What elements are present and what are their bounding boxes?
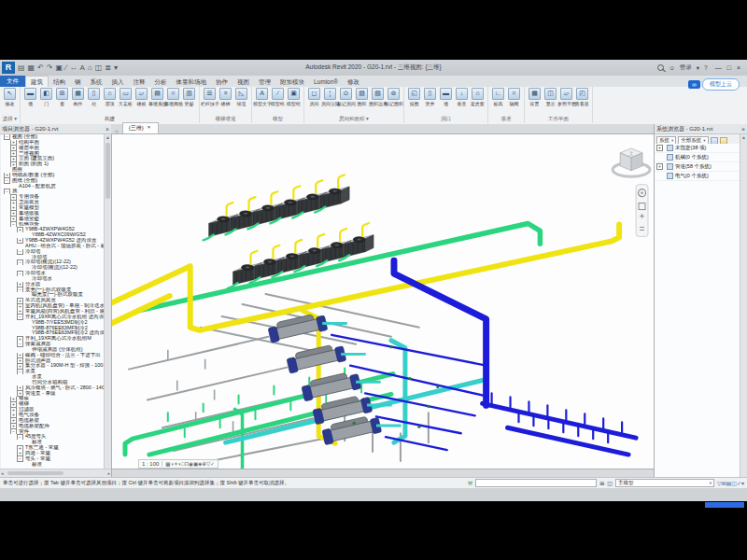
scale-button[interactable]: 1 : 100 [142,461,162,467]
search-icon[interactable] [657,64,664,71]
ribbon-button[interactable]: ▧面积边界 [370,88,386,107]
signin-label[interactable]: 登录 [680,63,692,72]
design-options-icon[interactable]: ◫ [607,480,613,486]
status-right-icon[interactable]: ▾ [741,481,744,486]
qat-icon[interactable]: ∕ [65,63,66,72]
ribbon-button[interactable]: ◫显示 [543,88,558,107]
ribbon-button[interactable]: ⊞窗 [54,88,70,107]
ribbon-button[interactable]: ∕模型线 [270,88,286,107]
ribbon-tab[interactable]: 插入 [107,77,129,87]
expander-icon[interactable] [4,178,10,184]
file-tab[interactable]: 文件 [0,76,25,87]
ribbon-panel-label[interactable]: 房间和面积 ▾ [306,116,402,123]
ribbon-button[interactable]: ◺坡道 [233,88,249,107]
ribbon-button[interactable]: ⊙标记房间 [338,88,354,107]
ribbon-button[interactable]: ⌗幕墙网格 [165,88,181,107]
ribbon-button[interactable]: ⊚标记面积 [386,88,402,107]
expander-icon[interactable] [10,222,17,228]
ribbon-tab[interactable]: 体量和场地 [172,77,212,87]
expander-icon[interactable] [17,434,23,440]
expander-icon[interactable] [10,429,17,435]
ribbon-tab[interactable]: 建筑 [25,76,49,87]
ribbon-button[interactable]: ▤幕墙系统 [149,88,165,107]
qat-icon[interactable]: ▾ [114,63,118,72]
ribbon-button[interactable]: ▨面积 [354,88,370,107]
cloud-badge-icon[interactable]: ∞ [688,80,700,89]
project-browser-vscrollbar[interactable]: ▲ [104,134,111,469]
ribbon-button[interactable]: ▬墙 [22,88,38,107]
help-icon[interactable]: ? [704,64,708,71]
expander-icon[interactable] [17,259,23,265]
ribbon-button[interactable]: ↖修改 [2,88,18,107]
cooling-tower-row-front[interactable] [228,223,374,288]
tree-item[interactable]: 标准 [1,462,105,468]
ribbon-button[interactable]: ⌗轴网 [506,88,522,107]
ribbon-tab[interactable]: 结构 [49,77,70,87]
qat-icon[interactable]: ▦ [28,63,35,72]
ribbon-tab[interactable]: 附加模块 [275,77,309,87]
ribbon-panel-label[interactable]: 楼梯坡道 [202,116,249,123]
workset-box[interactable] [475,479,597,487]
qat-icon[interactable]: ≣ [105,63,111,72]
ribbon-panel-label[interactable]: 洞口 [406,116,486,123]
ribbon-button[interactable]: ▦设置 [527,88,543,107]
view-tab[interactable]: {三维} × [122,122,160,133]
ribbon-button[interactable]: ∟标高 [490,88,506,107]
ribbon-button[interactable]: ◰查看器 [574,88,590,107]
ribbon-button[interactable]: ▱楼板 [134,88,149,107]
editable-only-icon[interactable]: ⊞ [599,480,604,486]
ribbon-panel-label[interactable]: 基准 [490,116,522,123]
expander-icon[interactable] [17,271,23,276]
project-browser-hscrollbar[interactable]: ◂▸ [0,469,111,477]
view-control-icon[interactable]: ✓ [210,461,215,467]
expander-icon[interactable] [17,342,23,347]
ribbon-button[interactable]: ◱按面 [406,88,422,107]
model-canvas[interactable]: 上 1 : 100 ▦◑☀◗□⊡◉▣◈⊕▽✓ [111,133,655,469]
qat-icon[interactable]: ▤ [18,63,25,72]
ribbon-tab[interactable]: 分析 [150,77,172,87]
ribbon-button[interactable]: ▯竖井 [422,88,438,107]
ribbon-tab[interactable]: 注释 [129,77,150,87]
expander-icon[interactable] [17,238,23,244]
expander-icon[interactable] [17,287,23,293]
ribbon-button[interactable]: ▥竖梃 [181,88,197,107]
ribbon-button[interactable]: ◻房间 [306,88,322,107]
cloud-upload-button[interactable]: 模型上云 [702,78,740,91]
qat-icon[interactable]: ↶ [37,63,44,72]
ribbon-button[interactable]: ⌂老虎窗 [470,88,486,107]
ribbon-tab[interactable]: 协作 [211,77,233,87]
system-row[interactable]: 机械(0 个系统) [655,153,740,162]
ribbon-tab[interactable]: 管理 [254,77,275,87]
close-icon[interactable]: × [106,126,109,133]
ribbon-button[interactable]: ▣模型组 [286,88,302,107]
ribbon-tab[interactable]: 钢 [70,77,86,87]
worksets-icon[interactable]: ⚒ [468,480,472,486]
ribbon-button[interactable]: ▦构件 [70,88,86,107]
ribbon-button[interactable]: ▬墙 [438,88,454,107]
ribbon-button[interactable]: ⌂屋顶 [102,88,118,107]
design-option-select[interactable]: 主模型▾ [615,479,714,487]
ribbon-button[interactable]: ↓垂直 [454,88,470,107]
qat-icon[interactable]: ▣ [56,63,63,72]
ribbon-button[interactable]: ☰栏杆扶手 [202,88,218,107]
close-icon[interactable]: × [741,126,745,133]
system-row[interactable]: 管道(58 个系统) [655,162,740,172]
expander-icon[interactable] [17,369,23,374]
window-control-button[interactable]: □ [725,64,734,71]
ribbon-panel-label[interactable]: 工作平面 [527,116,590,123]
expander-icon[interactable] [17,456,23,462]
ribbon-tab[interactable]: 视图 [233,77,254,87]
cooling-tower-row-back[interactable] [204,175,349,240]
expander-icon[interactable] [17,227,23,232]
expander-icon[interactable] [17,315,23,320]
ribbon-tab[interactable]: Lumion® [309,77,343,87]
ribbon-button[interactable]: A模型文字 [254,88,270,107]
qat-icon[interactable]: ↷ [47,63,53,72]
ribbon-panel-label[interactable]: 模型 [254,116,302,123]
view-tab-close-icon[interactable]: × [148,124,151,133]
ribbon-button[interactable]: ¦房间分隔 [322,88,338,107]
window-control-button[interactable]: × [734,64,743,71]
system-row[interactable]: 电气(0 个系统) [655,172,740,181]
expander-icon[interactable] [656,163,663,170]
window-control-button[interactable]: — [712,64,725,71]
